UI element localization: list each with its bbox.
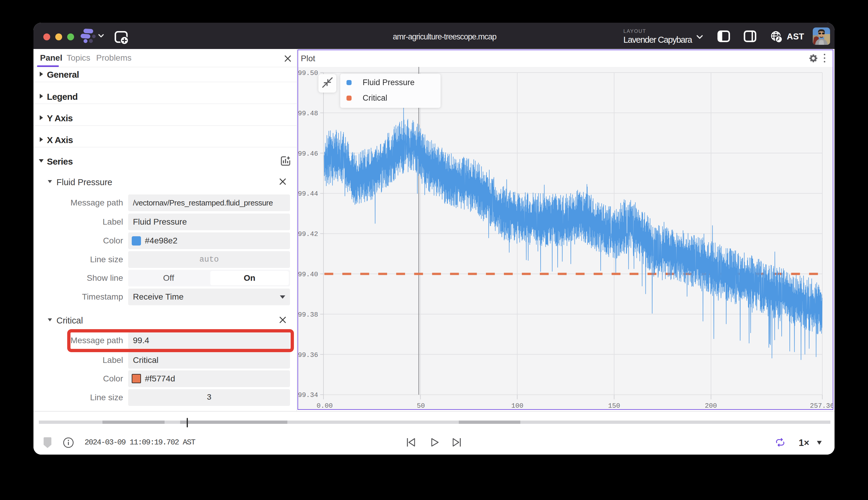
svg-text:100: 100 <box>511 402 524 409</box>
svg-text:200: 200 <box>705 402 717 409</box>
svg-text:99.36: 99.36 <box>298 351 318 359</box>
svg-text:99.34: 99.34 <box>298 391 318 399</box>
svg-text:0.00: 0.00 <box>317 402 333 409</box>
svg-text:150: 150 <box>608 402 620 409</box>
svg-text:99.44: 99.44 <box>298 190 318 198</box>
svg-text:257.36: 257.36 <box>810 402 833 409</box>
svg-text:99.42: 99.42 <box>298 230 318 238</box>
svg-text:99.48: 99.48 <box>298 110 318 117</box>
svg-text:99.40: 99.40 <box>298 271 318 279</box>
svg-text:Fluid Pressure: Fluid Pressure <box>363 78 414 87</box>
svg-text:Critical: Critical <box>363 93 387 102</box>
svg-text:50: 50 <box>417 402 425 409</box>
svg-text:99.50: 99.50 <box>298 69 318 77</box>
svg-text:99.46: 99.46 <box>298 150 318 158</box>
svg-text:99.38: 99.38 <box>298 311 318 319</box>
